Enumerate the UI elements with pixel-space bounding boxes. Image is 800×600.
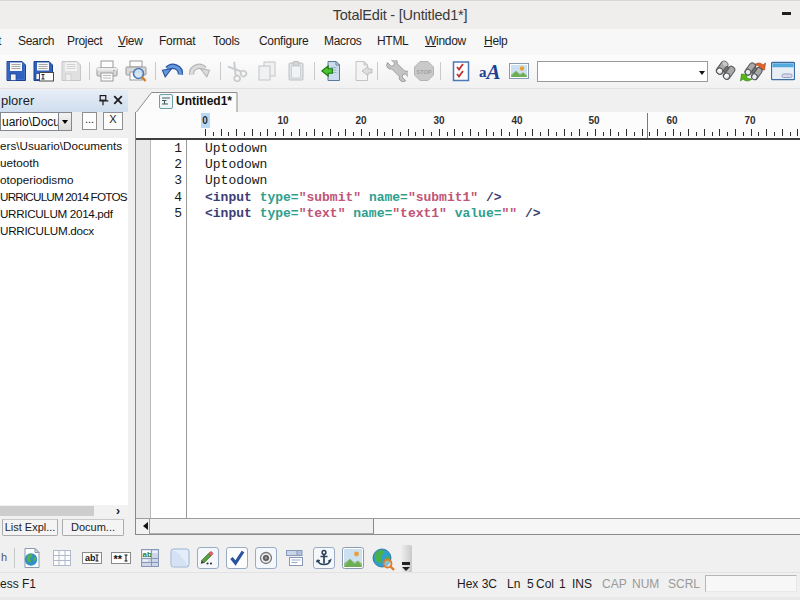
svg-text:STOP: STOP (417, 69, 432, 75)
svg-text:ab: ab (85, 553, 96, 563)
svg-text:**: ** (114, 553, 123, 565)
svg-text:ab: ab (143, 550, 152, 559)
svg-text:A: A (485, 60, 501, 82)
